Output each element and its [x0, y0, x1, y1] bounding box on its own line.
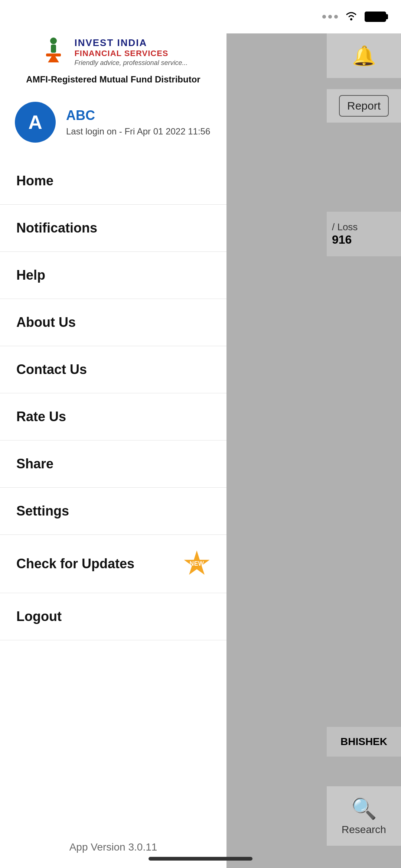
sidebar-item-label-check-for-updates: Check for Updates	[16, 556, 134, 572]
sidebar-item-label-logout: Logout	[16, 609, 62, 624]
sidebar-item-label-about-us: About Us	[16, 315, 76, 330]
sidebar-item-logout[interactable]: Logout	[0, 593, 226, 640]
bell-icon: 🔔	[352, 45, 376, 67]
status-icons	[322, 9, 386, 25]
new-badge-check-for-updates: NEW	[183, 550, 210, 577]
logo-icon	[39, 37, 68, 67]
sidebar-item-help[interactable]: Help	[0, 252, 226, 299]
user-last-login: Last login on - Fri Apr 01 2022 11:56	[66, 126, 210, 137]
research-area[interactable]: 🔍 Research	[327, 786, 401, 846]
logo-tagline-text: Friendly advice, professional service...	[74, 59, 188, 67]
home-indicator	[149, 857, 252, 861]
svg-point-4	[350, 18, 352, 20]
side-drawer: INVEST INDIA FINANCIAL SERVICES Friendly…	[0, 0, 226, 868]
gainloss-label: / Loss	[332, 221, 358, 233]
user-details: ABC Last login on - Fri Apr 01 2022 11:5…	[66, 108, 210, 137]
menu-list: HomeNotificationsHelpAbout UsContact UsR…	[0, 157, 226, 826]
report-button[interactable]: Report	[339, 95, 389, 117]
user-info: A ABC Last login on - Fri Apr 01 2022 11…	[15, 98, 212, 143]
sidebar-item-label-rate-us: Rate Us	[16, 409, 66, 425]
gainloss-area: / Loss 916	[327, 212, 401, 256]
wifi-icon	[344, 9, 359, 25]
sidebar-item-label-contact-us: Contact Us	[16, 362, 87, 377]
logo-area: INVEST INDIA FINANCIAL SERVICES Friendly…	[15, 37, 212, 85]
app-version-text: App Version 3.0.11	[69, 841, 157, 853]
sidebar-item-contact-us[interactable]: Contact Us	[0, 346, 226, 393]
logo-invest-text: INVEST INDIA	[74, 37, 188, 49]
svg-point-0	[50, 38, 57, 44]
research-label: Research	[342, 824, 386, 836]
sidebar-item-label-share: Share	[16, 456, 53, 472]
drawer-header: INVEST INDIA FINANCIAL SERVICES Friendly…	[0, 0, 226, 154]
bhishek-area: BHISHEK	[327, 727, 401, 757]
sidebar-item-label-home: Home	[16, 173, 53, 189]
sidebar-item-home[interactable]: Home	[0, 157, 226, 205]
sidebar-item-label-notifications: Notifications	[16, 220, 97, 236]
logo-financial-text: FINANCIAL SERVICES	[74, 49, 188, 58]
logo-graphic: INVEST INDIA FINANCIAL SERVICES Friendly…	[39, 37, 188, 67]
report-button-area: Report	[327, 89, 401, 123]
logo-text-block: INVEST INDIA FINANCIAL SERVICES Friendly…	[74, 37, 188, 67]
sidebar-item-settings[interactable]: Settings	[0, 488, 226, 535]
sidebar-item-label-settings: Settings	[16, 503, 69, 519]
dot2	[328, 15, 332, 19]
sidebar-item-label-help: Help	[16, 267, 45, 283]
sidebar-item-notifications[interactable]: Notifications	[0, 205, 226, 252]
sidebar-item-share[interactable]: Share	[0, 440, 226, 488]
sidebar-item-check-for-updates[interactable]: Check for UpdatesNEW	[0, 535, 226, 593]
sidebar-item-rate-us[interactable]: Rate Us	[0, 393, 226, 440]
svg-rect-1	[51, 45, 56, 53]
dot1	[322, 15, 326, 19]
user-name: ABC	[66, 108, 210, 123]
research-icon: 🔍	[351, 796, 377, 821]
signal-dots-icon	[322, 15, 338, 19]
bhishek-text: BHISHEK	[340, 736, 387, 748]
logo-amfi-text: AMFI-Registered Mutual Fund Distributor	[26, 74, 200, 85]
avatar: A	[15, 102, 56, 143]
avatar-letter: A	[28, 111, 42, 133]
bell-icon-area: 🔔	[327, 33, 401, 78]
dot3	[334, 15, 338, 19]
gainloss-value: 916	[332, 233, 352, 247]
battery-icon	[365, 12, 386, 22]
sidebar-item-about-us[interactable]: About Us	[0, 299, 226, 346]
app-version-area: App Version 3.0.11	[0, 826, 226, 868]
